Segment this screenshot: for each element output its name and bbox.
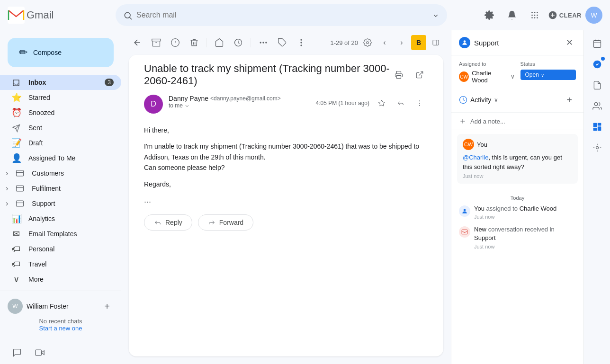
activity-list: Today You assigned to Charlie Wood Just … bbox=[451, 187, 583, 259]
more-actions-button[interactable] bbox=[255, 34, 272, 51]
svg-rect-48 bbox=[462, 230, 467, 234]
label-button[interactable] bbox=[274, 34, 291, 51]
sidebar-item-snoozed[interactable]: ⏰ Snoozed bbox=[0, 105, 121, 120]
pager-text: 1-29 of 20 bbox=[330, 39, 358, 46]
rs-notes-icon[interactable] bbox=[588, 76, 607, 95]
note-time: Just now bbox=[463, 173, 572, 179]
rs-badge bbox=[601, 57, 605, 61]
right-sidebar bbox=[583, 30, 610, 364]
email-header: D Danny Payne <danny.payne@gmail.com> to… bbox=[144, 95, 428, 114]
right-panel-title: Support bbox=[474, 39, 559, 47]
archive-button[interactable] bbox=[148, 34, 165, 51]
search-bar[interactable] bbox=[116, 4, 447, 26]
compose-button[interactable]: ✏ Compose bbox=[8, 38, 114, 67]
apps-icon[interactable] bbox=[525, 6, 544, 25]
to-line[interactable]: to me bbox=[169, 102, 310, 109]
activity-item-1-time: Just now bbox=[474, 244, 576, 249]
right-panel: Support ✕ Assigned to CW Charlie Wood ∨ … bbox=[451, 30, 583, 364]
forward-button[interactable]: Forward bbox=[198, 214, 253, 231]
move-button[interactable] bbox=[211, 34, 228, 51]
sidebar-item-more[interactable]: ∨ More bbox=[0, 272, 121, 287]
print-button[interactable] bbox=[390, 66, 407, 83]
three-dots-button[interactable] bbox=[293, 34, 310, 51]
status-badge[interactable]: Open ∨ bbox=[520, 70, 576, 80]
clear-icon bbox=[548, 10, 557, 20]
support-panel-icon bbox=[459, 37, 470, 48]
gmail-logo-icon bbox=[8, 7, 25, 24]
pager-next-button[interactable]: › bbox=[394, 35, 409, 50]
snooze-button[interactable] bbox=[230, 34, 247, 51]
search-input[interactable] bbox=[136, 11, 428, 19]
reply-quick-button[interactable] bbox=[392, 95, 409, 112]
email-ellipsis[interactable]: ··· bbox=[144, 197, 428, 207]
activity-icon bbox=[459, 96, 467, 104]
sidebar-item-draft[interactable]: 📝 Draft bbox=[0, 135, 121, 151]
rs-tasks-icon[interactable] bbox=[588, 55, 607, 74]
sidebar-item-assigned[interactable]: 👤 Assigned To Me bbox=[0, 151, 121, 166]
note-card: CW You @Charlie, this is urgent, can you… bbox=[457, 134, 578, 184]
activity-chevron-icon: ∨ bbox=[494, 97, 498, 103]
gmail-logo: Gmail bbox=[8, 7, 112, 24]
svg-point-4 bbox=[531, 12, 533, 13]
open-new-tab-button[interactable] bbox=[411, 66, 428, 83]
add-activity-button[interactable]: + bbox=[563, 93, 576, 107]
assigned-chevron-icon: ∨ bbox=[511, 73, 515, 80]
add-note-row[interactable]: Add a note... bbox=[451, 112, 583, 130]
back-button[interactable] bbox=[129, 34, 146, 51]
settings-icon[interactable] bbox=[480, 6, 499, 25]
pager-prev-button[interactable]: ‹ bbox=[377, 35, 392, 50]
reply-buttons: Reply Forward bbox=[144, 214, 428, 231]
clear-button[interactable]: CLEAR bbox=[548, 10, 582, 20]
sidebar-item-support[interactable]: › Support bbox=[0, 196, 121, 211]
draft-icon: 📝 bbox=[11, 138, 21, 148]
search-dropdown-icon[interactable] bbox=[432, 11, 440, 19]
yellow-badge-button[interactable]: B bbox=[411, 35, 426, 50]
star-button[interactable] bbox=[373, 95, 390, 112]
user-row[interactable]: W William Foster + bbox=[8, 299, 114, 314]
reply-button[interactable]: Reply bbox=[144, 214, 192, 231]
assigned-user-avatar: CW bbox=[459, 71, 469, 82]
travel-label: Travel bbox=[28, 260, 114, 268]
email-action-buttons bbox=[390, 66, 428, 83]
sidebar-item-personal[interactable]: 🏷 Personal bbox=[0, 241, 121, 257]
svg-point-30 bbox=[265, 42, 267, 43]
more-email-options-button[interactable] bbox=[411, 95, 428, 112]
sidebar-item-customers[interactable]: › Customers bbox=[0, 166, 121, 181]
sidebar-item-starred[interactable]: ⭐ Starred bbox=[0, 90, 121, 105]
report-spam-button[interactable] bbox=[167, 34, 184, 51]
notifications-icon[interactable] bbox=[502, 6, 521, 25]
main-layout: ✏ Compose Inbox 3 ⭐ Starred ⏰ Snoozed Se… bbox=[0, 30, 610, 364]
topbar-right: CLEAR W bbox=[480, 6, 602, 25]
add-user-button[interactable]: + bbox=[100, 300, 114, 313]
activity-section: Activity ∨ + Add a note... CW You @Charl… bbox=[451, 89, 583, 364]
assigned-user-name: Charlie Wood bbox=[472, 70, 507, 84]
pager-settings-button[interactable] bbox=[360, 35, 375, 50]
chat-icon[interactable] bbox=[8, 343, 27, 362]
rs-extra-icon[interactable] bbox=[588, 138, 607, 157]
assigned-label: Assigned To Me bbox=[28, 154, 114, 162]
rs-active-panel-icon[interactable] bbox=[588, 117, 607, 136]
sidebar-item-email-templates[interactable]: ✉ Email Templates bbox=[0, 226, 121, 241]
sidebar-item-sent[interactable]: Sent bbox=[0, 120, 121, 135]
inbox-label: Inbox bbox=[28, 79, 97, 86]
rs-calendar-icon[interactable] bbox=[588, 34, 607, 53]
rs-contacts-icon[interactable] bbox=[588, 97, 607, 115]
note-author-avatar: CW bbox=[463, 139, 474, 150]
panel-toggle-button[interactable] bbox=[428, 35, 443, 50]
bottom-icons bbox=[0, 339, 121, 364]
sidebar-item-analytics[interactable]: 📊 Analytics bbox=[0, 211, 121, 226]
activity-label: Activity bbox=[470, 96, 491, 104]
right-panel-close-button[interactable]: ✕ bbox=[563, 36, 576, 49]
compose-plus-icon: ✏ bbox=[19, 46, 27, 59]
start-chat-link[interactable]: Start a new one bbox=[8, 325, 114, 332]
activity-header[interactable]: Activity ∨ + bbox=[451, 89, 583, 110]
sidebar-item-inbox[interactable]: Inbox 3 bbox=[0, 75, 121, 90]
assigned-user-row[interactable]: CW Charlie Wood ∨ bbox=[459, 70, 515, 84]
delete-button[interactable] bbox=[186, 34, 203, 51]
sidebar-item-travel[interactable]: 🏷 Travel bbox=[0, 257, 121, 272]
sender-email: <danny.payne@gmail.com> bbox=[210, 95, 281, 102]
video-icon[interactable] bbox=[30, 343, 49, 362]
sidebar-item-fulfilment[interactable]: › Fulfilment bbox=[0, 181, 121, 196]
personal-icon: 🏷 bbox=[11, 244, 21, 254]
user-avatar[interactable]: W bbox=[585, 7, 602, 24]
